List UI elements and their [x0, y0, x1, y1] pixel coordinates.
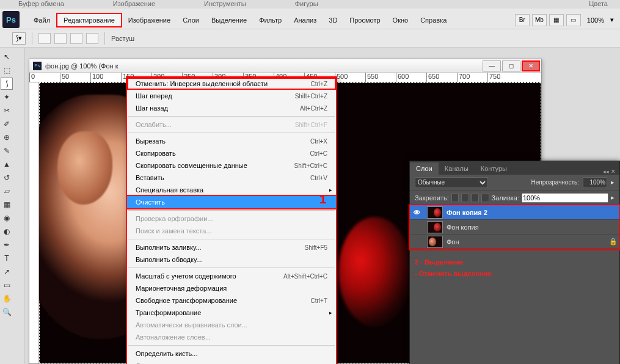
menu-item: Определить узор... [127, 360, 336, 364]
lock-position-icon[interactable] [472, 194, 479, 202]
zoom-dropdown-icon[interactable]: ▾ [610, 16, 614, 24]
annotation-text: 2 - Выделение - Отменить выделение. [410, 249, 619, 286]
fill-flyout-icon[interactable]: ▸ [611, 194, 615, 202]
app-top-labels: Буфер обмена Изображение Инструменты Фиг… [0, 0, 620, 9]
move-tool[interactable]: ↖ [1, 51, 13, 63]
menu-item[interactable]: Масштаб с учетом содержимогоAlt+Shift+Ct… [127, 270, 336, 282]
layer-name[interactable]: Фон [447, 238, 607, 246]
menu-item[interactable]: ВставитьCtrl+V [127, 172, 336, 184]
menu-item: Ослабить...Shift+Ctrl+F [127, 118, 336, 131]
menu-item[interactable]: Шаг назадAlt+Ctrl+Z [127, 102, 336, 114]
eraser-tool[interactable]: ▱ [1, 185, 13, 197]
zoom-level[interactable]: 100% [583, 16, 608, 24]
menu-item[interactable]: Определить кисть... [127, 348, 336, 360]
menu-редактирование[interactable]: Редактирование [56, 13, 122, 27]
fill-input[interactable] [522, 193, 608, 203]
lock-transparent-icon[interactable] [451, 194, 459, 202]
layer-thumbnail[interactable] [427, 236, 443, 248]
menu-item[interactable]: Выполнить заливку...Shift+F5 [127, 241, 336, 253]
tab-channels[interactable]: Каналы [439, 162, 475, 175]
menu-item[interactable]: ВырезатьCtrl+X [127, 135, 336, 147]
menu-item[interactable]: Скопировать совмещенные данныеShift+Ctrl… [127, 159, 336, 172]
tab-paths[interactable]: Контуры [475, 162, 513, 175]
artboard-tool[interactable]: ⬚ [1, 64, 13, 76]
add-selection-icon[interactable] [54, 33, 67, 44]
eyedropper-tool[interactable]: ✐ [1, 118, 13, 130]
zoom-tool[interactable]: 🔍 [1, 306, 13, 318]
crop-tool[interactable]: ✂ [1, 104, 13, 117]
blend-mode-select[interactable]: Обычные [415, 177, 488, 188]
type-tool[interactable]: T [1, 252, 13, 264]
menu-item: Поиск и замена текста... [127, 225, 336, 237]
menu-окно[interactable]: Окно [387, 14, 415, 26]
minimize-button[interactable]: — [483, 60, 501, 71]
screen-mode-icon[interactable]: ▭ [566, 14, 581, 26]
menu-изображение[interactable]: Изображение [122, 14, 177, 26]
close-button[interactable]: ✕ [522, 60, 540, 71]
menu-item[interactable]: Трансформирование [127, 307, 336, 319]
edit-menu-dropdown: Отменить: Инверсия выделенной областиCtr… [126, 77, 337, 364]
menu-item: Автоналожение слоев... [127, 331, 336, 343]
lasso-tool[interactable]: ⟆ [1, 78, 13, 90]
menu-фильтр[interactable]: Фильтр [253, 14, 288, 26]
layer-name[interactable]: Фон копия [447, 224, 607, 231]
dodge-tool[interactable]: ◐ [1, 225, 13, 238]
wand-tool[interactable]: ✦ [1, 91, 13, 103]
gradient-tool[interactable]: ▦ [1, 198, 13, 211]
shape-tool[interactable]: ▭ [1, 279, 13, 291]
layer-name[interactable]: Фон копия 2 [447, 209, 607, 216]
panel-menu-icon[interactable]: ◂◂ ✕ [599, 169, 619, 175]
menu-item[interactable]: Очистить [127, 196, 336, 208]
lock-pixels-icon[interactable] [461, 194, 469, 202]
menu-просмотр[interactable]: Просмотр [343, 14, 386, 26]
opacity-label: Непрозрачность: [531, 179, 579, 186]
arrange-icon[interactable]: ▦ [549, 14, 564, 26]
menu-файл[interactable]: Файл [27, 14, 56, 26]
layer-thumbnail[interactable] [427, 206, 443, 219]
menu-item[interactable]: Шаг впередShift+Ctrl+Z [127, 90, 336, 102]
intersect-selection-icon[interactable] [86, 33, 98, 44]
menu-справка[interactable]: Справка [414, 14, 453, 26]
history-brush-tool[interactable]: ↺ [1, 172, 13, 184]
visibility-icon[interactable]: 👁 [410, 209, 423, 216]
menu-item: Автоматически выравнивать слои... [127, 319, 336, 331]
stamp-tool[interactable]: ▲ [1, 158, 13, 170]
br-icon[interactable]: Br [515, 14, 530, 26]
mb-icon[interactable]: Mb [532, 14, 547, 26]
menu-выделение[interactable]: Выделение [205, 14, 253, 26]
lock-all-icon[interactable] [481, 194, 489, 202]
heal-tool[interactable]: ⊕ [1, 131, 13, 144]
path-tool[interactable]: ↗ [1, 266, 13, 278]
menu-item[interactable]: Выполнить обводку... [127, 253, 336, 266]
blur-tool[interactable]: ◉ [1, 212, 13, 224]
menu-слои[interactable]: Слои [177, 14, 205, 26]
opacity-input[interactable] [583, 177, 607, 188]
menu-item[interactable]: Отменить: Инверсия выделенной областиCtr… [127, 78, 336, 90]
options-bar: ⟆▾ Растуш [0, 29, 620, 48]
menu-item[interactable]: Специальная вставка [127, 184, 336, 196]
pen-tool[interactable]: ✒ [1, 239, 13, 251]
menu-анализ[interactable]: Анализ [288, 14, 323, 26]
annotation-marker-1: 1 [319, 192, 326, 206]
tab-layers[interactable]: Слои [410, 162, 439, 175]
lasso-preset[interactable]: ⟆▾ [12, 32, 26, 45]
subtract-selection-icon[interactable] [70, 33, 82, 44]
lock-icon: 🔒 [607, 238, 619, 246]
layer-row[interactable]: Фон копия [410, 220, 619, 235]
brush-tool[interactable]: ✎ [1, 145, 13, 157]
image-content-red [338, 217, 412, 327]
layer-thumbnail[interactable] [427, 221, 443, 233]
maximize-button[interactable]: ◻ [502, 60, 520, 71]
menu-item[interactable]: Марионеточная деформация [127, 282, 336, 294]
new-selection-icon[interactable] [38, 33, 51, 44]
opacity-flyout-icon[interactable]: ▸ [611, 178, 615, 186]
document-titlebar[interactable]: Ps фон.jpg @ 100% (Фон к — ◻ ✕ [29, 59, 541, 73]
photoshop-logo: Ps [2, 11, 20, 28]
layer-row[interactable]: Фон🔒 [410, 235, 619, 249]
layer-row[interactable]: 👁Фон копия 2 [410, 205, 619, 220]
menu-3d[interactable]: 3D [323, 14, 343, 26]
menu-item[interactable]: Свободное трансформированиеCtrl+T [127, 294, 336, 307]
menu-item[interactable]: СкопироватьCtrl+C [127, 147, 336, 159]
hand-tool[interactable]: ✋ [1, 293, 13, 305]
layers-list: 👁Фон копия 2Фон копияФон🔒 [410, 205, 619, 249]
